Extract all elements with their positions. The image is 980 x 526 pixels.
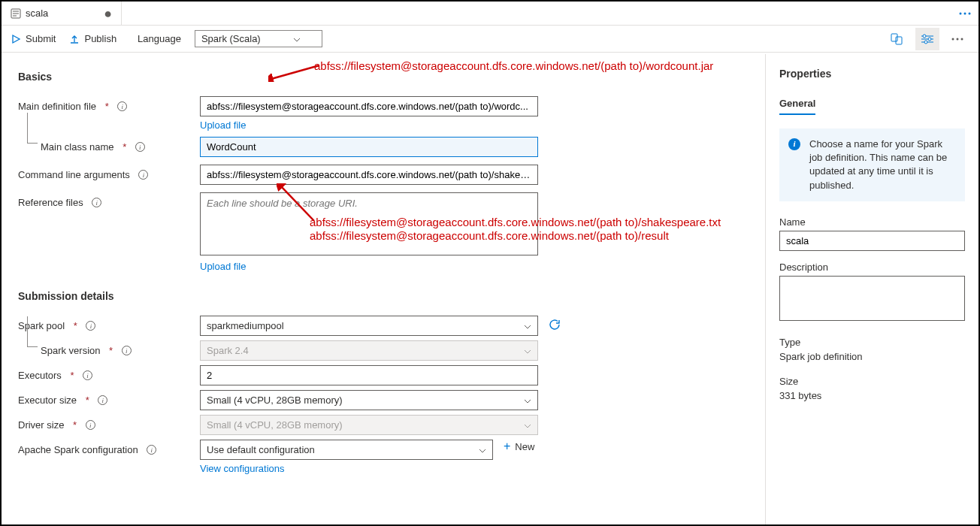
apache-spark-config-value: Use default configuration [207, 444, 315, 455]
submission-heading: Submission details [18, 290, 749, 302]
driver-size-select: Small (4 vCPU, 28GB memory) [200, 415, 538, 435]
publish-label: Publish [84, 33, 116, 44]
info-icon[interactable]: i [92, 198, 101, 207]
apache-spark-config-label: Apache Spark configuration i [18, 440, 200, 455]
executor-size-label: Executor size * i [18, 390, 200, 406]
svg-point-8 [924, 41, 927, 44]
submit-button[interactable]: Submit [11, 33, 56, 44]
executor-size-select[interactable]: Small (4 vCPU, 28GB memory) [200, 390, 538, 410]
name-label: Name [779, 216, 965, 228]
language-label: Language [138, 33, 181, 44]
type-value: Spark job definition [779, 351, 965, 362]
spark-pool-select[interactable]: sparkmediumpool [200, 316, 538, 336]
info-icon[interactable]: i [98, 395, 107, 405]
upload-file-link-main[interactable]: Upload file [200, 119, 246, 131]
chevron-down-icon [524, 419, 531, 431]
svg-point-6 [923, 35, 926, 38]
basics-heading: Basics [18, 71, 749, 83]
info-icon[interactable]: i [83, 370, 92, 380]
spark-job-icon [11, 8, 21, 19]
apache-spark-config-select[interactable]: Use default configuration [200, 440, 493, 460]
svg-point-3 [969, 12, 971, 14]
tab-strip-overflow-button[interactable] [951, 2, 978, 25]
main-definition-file-input[interactable] [200, 96, 538, 116]
refresh-button[interactable] [549, 319, 561, 333]
info-icon[interactable]: i [138, 170, 148, 180]
size-value: 331 bytes [779, 390, 965, 401]
reference-files-label: Reference files i [18, 192, 200, 208]
properties-heading: Properties [779, 68, 965, 80]
chevron-down-icon [524, 394, 531, 406]
editor-tab-scala[interactable]: scala ● [2, 2, 122, 25]
svg-point-7 [928, 38, 931, 41]
properties-toggle-button[interactable] [915, 28, 939, 50]
svg-point-11 [961, 38, 963, 40]
name-input[interactable] [779, 231, 965, 251]
type-label: Type [779, 337, 965, 348]
command-line-args-input[interactable] [200, 165, 538, 185]
chevron-down-icon [293, 33, 301, 44]
info-icon[interactable]: i [147, 445, 156, 455]
chevron-down-icon [479, 444, 486, 455]
chevron-down-icon [524, 345, 531, 356]
info-icon[interactable]: i [135, 142, 145, 152]
svg-point-2 [964, 12, 966, 14]
driver-size-value: Small (4 vCPU, 28GB memory) [207, 419, 343, 431]
svg-rect-5 [896, 37, 902, 44]
size-label: Size [779, 376, 965, 387]
spark-version-select: Spark 2.4 [200, 340, 538, 361]
submit-label: Submit [26, 33, 56, 44]
properties-tab-general[interactable]: General [779, 93, 815, 115]
publish-button[interactable]: Publish [69, 33, 116, 44]
svg-point-9 [952, 38, 954, 40]
svg-point-10 [957, 38, 959, 40]
info-icon[interactable]: i [86, 321, 95, 331]
spark-version-label: Spark version * i [18, 340, 200, 356]
view-configurations-link[interactable]: View configurations [200, 463, 285, 474]
main-definition-file-label: Main definition file * i [18, 96, 200, 112]
info-banner-text: Choose a name for your Spark job definit… [809, 138, 947, 191]
info-banner: i Choose a name for your Spark job defin… [779, 128, 965, 201]
svg-rect-4 [891, 34, 897, 41]
main-class-name-input[interactable] [200, 137, 538, 157]
description-label: Description [779, 261, 965, 273]
chevron-down-icon [524, 320, 531, 331]
editor-tab-label: scala [26, 8, 48, 19]
executors-input[interactable] [200, 365, 538, 385]
description-input[interactable] [779, 276, 965, 321]
spark-pool-value: sparkmediumpool [207, 320, 284, 331]
command-line-args-label: Command line arguments i [18, 165, 200, 180]
spark-version-value: Spark 2.4 [207, 345, 249, 356]
main-class-name-label: Main class name * i [18, 137, 200, 153]
info-icon[interactable]: i [122, 346, 132, 355]
spark-pool-label: Spark pool * i [18, 316, 200, 331]
related-items-button[interactable] [885, 28, 909, 50]
info-icon[interactable]: i [117, 101, 127, 111]
language-value: Spark (Scala) [201, 33, 261, 44]
reference-files-input[interactable] [200, 192, 538, 255]
svg-point-1 [960, 12, 962, 14]
language-select[interactable]: Spark (Scala) [195, 30, 322, 47]
info-icon: i [788, 138, 800, 150]
more-actions-button[interactable] [945, 28, 969, 50]
executors-label: Executors * i [18, 365, 200, 381]
upload-file-link-ref[interactable]: Upload file [200, 261, 246, 272]
info-icon[interactable]: i [86, 420, 95, 430]
plus-icon: + [504, 440, 510, 453]
driver-size-label: Driver size * i [18, 415, 200, 431]
new-config-button[interactable]: + New [504, 440, 534, 453]
executor-size-value: Small (4 vCPU, 28GB memory) [207, 394, 343, 406]
